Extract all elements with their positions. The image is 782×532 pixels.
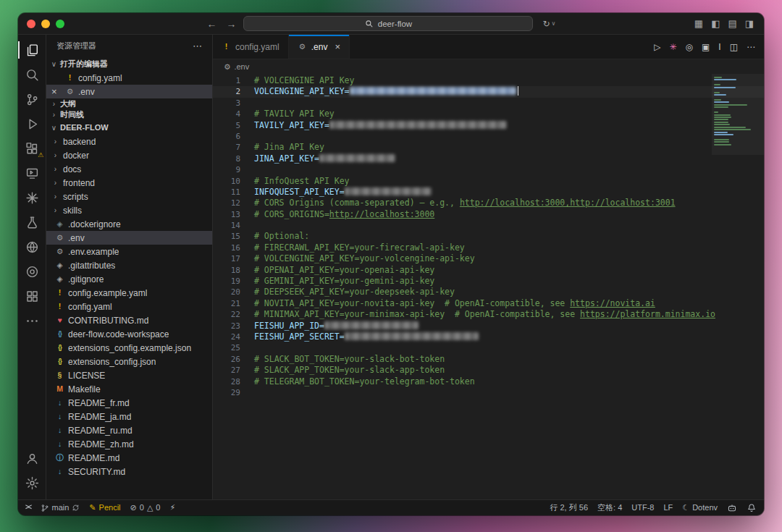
tab--env[interactable]: ⚙.env× xyxy=(289,35,350,59)
code-line[interactable]: 20# DEEPSEEK_API_KEY=your-deepseek-api-k… xyxy=(213,287,764,297)
code-line[interactable]: 15# Optional: xyxy=(213,231,764,242)
minimap[interactable] xyxy=(714,77,754,149)
more-icon[interactable]: ⋯ xyxy=(747,43,755,51)
code-line[interactable]: 10# InfoQuest API Key xyxy=(213,176,764,187)
breadcrumb[interactable]: ⚙ .env xyxy=(213,59,764,74)
tree-folder[interactable]: ›scripts xyxy=(46,190,212,203)
sidebar-section-header[interactable]: ›大纲 xyxy=(46,98,212,109)
ibeam-icon[interactable]: I xyxy=(718,43,720,51)
remote-explorer-icon[interactable] xyxy=(18,161,46,185)
command-center-search[interactable]: deer-flow xyxy=(243,16,533,31)
sidebar-section-header[interactable]: ›时间线 xyxy=(46,109,212,120)
sync-dropdown[interactable]: ↻∨ xyxy=(542,19,555,29)
code-line[interactable]: 1# VOLCENGINE API Key xyxy=(213,75,764,86)
project-header[interactable]: ∨ DEER-FLOW xyxy=(46,120,212,135)
status-indentation[interactable]: 空格: 4 xyxy=(597,504,622,512)
flower-icon[interactable] xyxy=(18,185,46,210)
tree-file[interactable]: {}extensions_config.json xyxy=(46,355,212,368)
zoom-window-button[interactable] xyxy=(56,20,64,28)
status-dotenv[interactable]: ☾Dotenv xyxy=(682,504,718,512)
close-icon[interactable]: × xyxy=(51,87,57,96)
minimize-window-button[interactable] xyxy=(41,20,50,28)
status-remote[interactable]: >< xyxy=(25,504,31,511)
code-line[interactable]: 14 xyxy=(213,220,764,231)
tree-file[interactable]: !config.example.yaml xyxy=(46,286,212,300)
extensions-icon[interactable]: ⚠ xyxy=(18,136,46,161)
tree-folder[interactable]: ›docs xyxy=(46,162,212,176)
status-problems[interactable]: ⊘0△0 xyxy=(130,504,161,512)
code-line[interactable]: 2VOLCENGINE_API_KEY= xyxy=(213,86,764,97)
toggle-sidebar-icon[interactable]: ▦ xyxy=(693,19,705,28)
tree-file[interactable]: ◈.gitattributes xyxy=(46,258,212,272)
tree-folder[interactable]: ›frontend xyxy=(46,176,212,190)
code-line[interactable]: 3 xyxy=(213,98,764,109)
circle-icon[interactable]: ◎ xyxy=(685,43,692,51)
tree-file[interactable]: ⓘREADME.md xyxy=(46,451,212,465)
tree-file[interactable]: ⚙.env xyxy=(46,231,212,245)
tree-file[interactable]: MMakefile xyxy=(46,382,212,396)
code-line[interactable]: 25 xyxy=(213,342,764,353)
asterisk-icon[interactable]: ✳ xyxy=(669,43,676,51)
close-icon[interactable]: × xyxy=(335,42,340,51)
code-line[interactable]: 11INFOQUEST_API_KEY= xyxy=(213,187,764,198)
status-notifications[interactable] xyxy=(747,503,757,513)
navigate-back-icon[interactable]: ← xyxy=(204,19,219,29)
code-line[interactable]: 24FEISHU_APP_SECRET= xyxy=(213,332,764,342)
code-line[interactable]: 23FEISHU_APP_ID= xyxy=(213,321,764,332)
code-line[interactable]: 22# MINIMAX_API_KEY=your-minimax-api-key… xyxy=(213,309,764,320)
tab-config-yaml[interactable]: !config.yaml xyxy=(213,35,289,59)
split-icon[interactable]: ◫ xyxy=(730,43,738,51)
tree-file[interactable]: {}deer-flow.code-workspace xyxy=(46,327,212,341)
code-line[interactable]: 7# Jina API Key xyxy=(213,142,764,153)
status-pencil[interactable]: ✎Pencil xyxy=(89,504,120,512)
tree-file[interactable]: ↓README_ja.md xyxy=(46,410,212,423)
code-line[interactable]: 6 xyxy=(213,131,764,142)
tree-folder[interactable]: ›skills xyxy=(46,203,212,217)
tree-file[interactable]: ↓README_zh.md xyxy=(46,437,212,451)
open-editor-item[interactable]: !config.yaml xyxy=(46,71,212,85)
close-window-button[interactable] xyxy=(27,20,35,28)
status-eol[interactable]: LF xyxy=(663,504,673,512)
status-encoding[interactable]: UTF-8 xyxy=(631,504,654,512)
tree-file[interactable]: ◈.dockerignore xyxy=(46,217,212,231)
code-line[interactable]: 13# CORS_ORIGINS=http://localhost:3000 xyxy=(213,209,764,220)
code-line[interactable]: 27# SLACK_APP_TOKEN=your-slack-app-token xyxy=(213,365,764,376)
code-line[interactable]: 18# OPENAI_API_KEY=your-openai-api-key xyxy=(213,265,764,276)
run-icon[interactable]: ▷ xyxy=(654,43,660,51)
tree-folder[interactable]: ›backend xyxy=(46,135,212,148)
code-line[interactable]: 17# VOLCENGINE_API_KEY=your-volcengine-a… xyxy=(213,253,764,264)
code-line[interactable]: 26# SLACK_BOT_TOKEN=your-slack-bot-token xyxy=(213,354,764,365)
code-line[interactable]: 5TAVILY_API_KEY= xyxy=(213,120,764,131)
tree-folder[interactable]: ›docker xyxy=(46,148,212,162)
square-icon[interactable]: ▣ xyxy=(702,43,710,51)
code-line[interactable]: 19# GEMINI_API_KEY=your-gemini-api-key xyxy=(213,276,764,287)
open-editors-header[interactable]: ∨ 打开的编辑器 xyxy=(46,56,212,71)
search-icon[interactable] xyxy=(18,62,46,87)
settings-icon[interactable] xyxy=(18,470,46,495)
code-line[interactable]: 21# NOVITA_API_KEY=your-novita-api-key #… xyxy=(213,298,764,309)
flask-icon[interactable] xyxy=(18,210,46,235)
grid-icon[interactable] xyxy=(18,284,46,308)
status-copilot[interactable] xyxy=(727,503,737,513)
target-icon[interactable] xyxy=(18,259,46,284)
tree-file[interactable]: {}extensions_config.example.json xyxy=(46,341,212,355)
tree-file[interactable]: ♥CONTRIBUTING.md xyxy=(46,313,212,327)
tree-file[interactable]: ↓README_fr.md xyxy=(46,396,212,410)
run-debug-icon[interactable] xyxy=(18,111,46,136)
status-cursor-position[interactable]: 行 2, 列 56 xyxy=(550,504,588,512)
code-line[interactable]: 16# FIRECRAWL_API_KEY=your-firecrawl-api… xyxy=(213,242,764,253)
code-editor[interactable]: 1# VOLCENGINE API Key2VOLCENGINE_API_KEY… xyxy=(213,74,764,499)
tree-file[interactable]: §LICENSE xyxy=(46,368,212,382)
globe-icon[interactable] xyxy=(18,235,46,259)
toggle-panel-icon[interactable]: ◧ xyxy=(710,19,721,28)
tree-file[interactable]: !config.yaml xyxy=(46,300,212,313)
status-zap[interactable]: ⚡ xyxy=(169,504,175,512)
code-line[interactable]: 9 xyxy=(213,164,764,175)
tree-file[interactable]: ↓SECURITY.md xyxy=(46,465,212,478)
tree-file[interactable]: ◈.gitignore xyxy=(46,272,212,286)
code-line[interactable]: 8JINA_API_KEY= xyxy=(213,153,764,164)
account-icon[interactable] xyxy=(18,446,46,470)
navigate-forward-icon[interactable]: → xyxy=(224,19,238,29)
code-line[interactable]: 4# TAVILY API Key xyxy=(213,109,764,119)
tree-file[interactable]: ⚙.env.example xyxy=(46,245,212,258)
